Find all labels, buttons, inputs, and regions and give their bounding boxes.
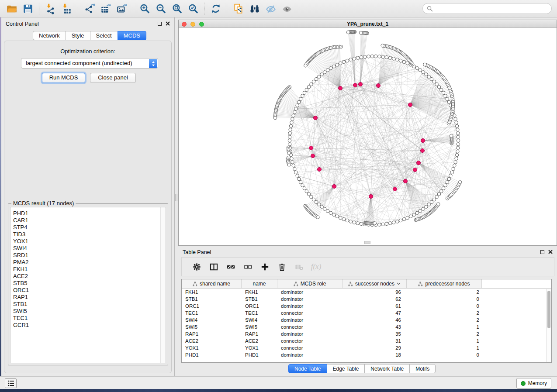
network-node[interactable] <box>356 56 360 60</box>
network-node[interactable] <box>456 150 460 153</box>
network-node[interactable] <box>289 124 293 128</box>
gear-button[interactable] <box>188 259 205 275</box>
horizontal-divider-grip[interactable] <box>364 241 370 244</box>
zoom-out-button[interactable] <box>152 2 169 16</box>
network-node[interactable] <box>296 174 299 178</box>
hide-graphics-button[interactable] <box>263 2 279 16</box>
network-node[interactable] <box>381 55 385 58</box>
network-node[interactable] <box>305 88 308 92</box>
network-node[interactable] <box>373 222 377 225</box>
network-hub-node[interactable] <box>393 187 397 191</box>
network-node[interactable] <box>455 121 458 124</box>
table-row[interactable]: YOX1YOX1connector291 <box>182 344 551 351</box>
result-list-scrollbar[interactable] <box>160 207 166 363</box>
mcds-result-item[interactable]: STP4 <box>13 224 166 231</box>
table-row[interactable]: TEC1TEC1connector472 <box>182 309 551 316</box>
mcds-result-item[interactable]: ACE2 <box>13 273 166 280</box>
network-node[interactable] <box>312 80 315 83</box>
network-node[interactable] <box>456 132 460 135</box>
network-hub-node[interactable] <box>377 84 381 88</box>
network-node[interactable] <box>307 86 311 89</box>
zoom-in-button[interactable] <box>136 2 152 16</box>
copy-network-button[interactable] <box>230 2 246 16</box>
column-header-predecessor-nodes[interactable]: predecessor nodes <box>407 279 482 288</box>
network-node[interactable] <box>455 124 459 128</box>
network-node[interactable] <box>432 80 436 83</box>
mcds-result-item[interactable]: PHD1 <box>13 210 166 217</box>
network-node[interactable] <box>336 63 339 67</box>
network-node[interactable] <box>303 91 306 95</box>
mcds-result-item[interactable]: PMA2 <box>13 259 166 266</box>
network-node[interactable] <box>359 31 363 34</box>
select-all-button[interactable] <box>222 259 239 275</box>
table-row[interactable]: STB1STB1dominator620 <box>182 296 551 303</box>
mcds-result-item[interactable]: ORC1 <box>13 287 166 294</box>
network-node[interactable] <box>339 216 342 220</box>
network-node[interactable] <box>317 203 321 206</box>
network-node[interactable] <box>323 207 326 211</box>
network-node[interactable] <box>353 57 356 61</box>
network-node[interactable] <box>315 77 318 81</box>
network-hub-node[interactable] <box>417 161 421 165</box>
column-header-name[interactable]: name <box>242 279 277 288</box>
network-node[interactable] <box>409 215 412 218</box>
network-node[interactable] <box>301 94 304 98</box>
network-node[interactable] <box>392 221 395 224</box>
network-node[interactable] <box>291 117 294 121</box>
network-node[interactable] <box>447 100 451 104</box>
network-node[interactable] <box>310 83 313 86</box>
network-node[interactable] <box>294 171 298 174</box>
float-panel-icon[interactable] <box>158 22 162 26</box>
network-node[interactable] <box>454 160 457 164</box>
network-node[interactable] <box>303 187 306 190</box>
network-hub-node[interactable] <box>413 168 417 172</box>
network-node[interactable] <box>457 135 460 139</box>
network-node[interactable] <box>290 157 294 160</box>
network-node[interactable] <box>349 220 353 224</box>
import-table-button[interactable] <box>59 2 75 16</box>
network-hub-node[interactable] <box>421 149 425 153</box>
close-panel-icon[interactable] <box>166 21 170 26</box>
refresh-button[interactable] <box>208 2 224 16</box>
column-header-shared-name[interactable]: shared name <box>182 279 242 288</box>
network-node[interactable] <box>450 171 454 174</box>
network-node[interactable] <box>288 132 292 135</box>
memory-button[interactable]: Memory <box>516 378 551 389</box>
network-window-titlebar[interactable]: YPA_prune.txt_1 <box>179 20 557 28</box>
network-node[interactable] <box>385 222 388 226</box>
tab-network-table[interactable]: Network Table <box>364 364 410 373</box>
network-node[interactable] <box>415 66 419 70</box>
network-node[interactable] <box>342 217 346 221</box>
network-node[interactable] <box>370 55 374 58</box>
network-node[interactable] <box>339 62 342 65</box>
network-node[interactable] <box>297 100 301 104</box>
network-node[interactable] <box>307 193 311 196</box>
task-list-button[interactable] <box>5 378 17 388</box>
network-hub-node[interactable] <box>359 83 363 86</box>
tab-style[interactable]: Style <box>66 31 90 40</box>
close-panel-button[interactable]: Close panel <box>90 73 136 83</box>
tab-select[interactable]: Select <box>90 31 118 40</box>
mcds-result-item[interactable]: TEC1 <box>13 315 166 322</box>
column-header-successor-nodes[interactable]: successor nodes <box>343 279 407 288</box>
network-node[interactable] <box>273 116 277 120</box>
network-node[interactable] <box>305 189 308 193</box>
network-node[interactable] <box>287 163 291 167</box>
network-node[interactable] <box>317 75 321 79</box>
open-file-button[interactable] <box>3 2 20 16</box>
add-row-button[interactable] <box>256 259 273 275</box>
network-node[interactable] <box>332 213 336 217</box>
network-hub-node[interactable] <box>421 139 425 143</box>
maximize-window-icon[interactable] <box>199 22 204 27</box>
export-table-button[interactable] <box>97 2 114 16</box>
network-hub-node[interactable] <box>309 146 313 150</box>
tab-mcds[interactable]: MCDS <box>118 31 146 40</box>
network-node[interactable] <box>329 211 332 215</box>
network-node[interactable] <box>392 57 395 61</box>
network-node[interactable] <box>427 203 431 206</box>
mcds-result-item[interactable]: RAP1 <box>13 294 166 301</box>
network-node[interactable] <box>446 180 449 184</box>
network-node[interactable] <box>399 59 402 62</box>
network-node[interactable] <box>446 97 449 101</box>
table-row[interactable]: SWI4SWI4dominator462 <box>182 316 551 323</box>
